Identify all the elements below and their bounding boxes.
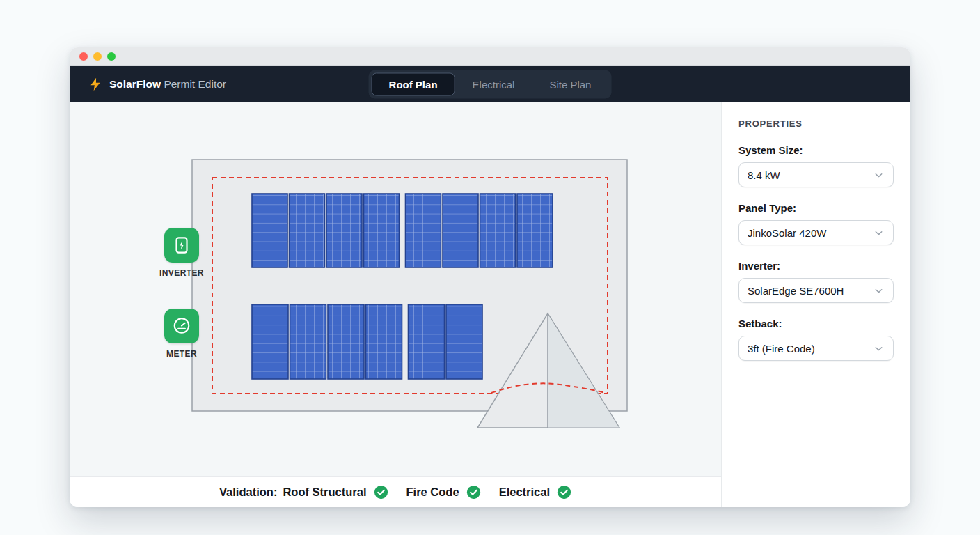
solar-panel[interactable] <box>326 194 362 268</box>
validation-item-label: Fire Code <box>406 486 459 499</box>
solar-panel[interactable] <box>364 194 400 268</box>
solar-panel[interactable] <box>328 304 364 379</box>
validation-item-label: Roof Structural <box>283 486 366 499</box>
panel-type-label: Panel Type: <box>738 202 894 214</box>
app-subtitle: Permit Editor <box>164 78 226 90</box>
chevron-down-icon <box>873 343 885 355</box>
solar-panel[interactable] <box>443 194 478 268</box>
meter-marker[interactable]: METER <box>164 309 199 359</box>
panel-type-value: JinkoSolar 420W <box>748 227 826 239</box>
solar-panel[interactable] <box>517 194 553 268</box>
solar-panel[interactable] <box>252 194 287 268</box>
setback-label: Setback: <box>738 318 894 329</box>
solar-panel[interactable] <box>290 304 326 379</box>
inverter-icon <box>164 228 199 263</box>
app-window: SolarFlow Permit Editor Roof Plan Electr… <box>70 47 910 507</box>
chevron-down-icon <box>873 285 885 297</box>
solar-panel[interactable] <box>406 194 441 268</box>
properties-title: PROPERTIES <box>738 118 894 129</box>
app-name: SolarFlow <box>109 78 161 90</box>
chevron-down-icon <box>873 169 885 181</box>
app-title: SolarFlow Permit Editor <box>109 78 226 91</box>
window-minimize-button[interactable] <box>93 52 102 61</box>
field-setback: Setback: 3ft (Fire Code) <box>738 318 894 361</box>
inverter-select[interactable]: SolarEdge SE7600H <box>738 278 894 303</box>
inverter-marker[interactable]: INVERTER <box>164 228 199 278</box>
roof-plan-diagram <box>70 102 721 476</box>
app-brand: SolarFlow Permit Editor <box>88 77 226 92</box>
solar-panel[interactable] <box>366 304 402 379</box>
validation-item-electrical: Electrical <box>499 485 571 499</box>
system-size-value: 8.4 kW <box>748 169 780 181</box>
solar-panel[interactable] <box>409 304 445 379</box>
app-header: SolarFlow Permit Editor Roof Plan Electr… <box>70 66 910 102</box>
check-icon <box>557 485 571 499</box>
setback-value: 3ft (Fire Code) <box>748 343 815 355</box>
inverter-label: INVERTER <box>159 268 204 278</box>
field-inverter: Inverter: SolarEdge SE7600H <box>738 260 894 303</box>
window-titlebar <box>70 47 910 66</box>
window-body: INVERTER METER <box>70 102 910 507</box>
view-tabs: Roof Plan Electrical Site Plan <box>369 70 612 99</box>
validation-item-label: Electrical <box>499 486 550 499</box>
solar-panel[interactable] <box>446 304 482 379</box>
properties-panel: PROPERTIES System Size: 8.4 kW Panel Typ… <box>721 102 910 507</box>
chevron-down-icon <box>873 227 885 239</box>
inverter-value: SolarEdge SE7600H <box>748 285 844 297</box>
tab-roof-plan[interactable]: Roof Plan <box>372 73 455 96</box>
window-zoom-button[interactable] <box>107 52 116 61</box>
validation-prefix: Validation: <box>219 486 277 499</box>
field-system-size: System Size: 8.4 kW <box>738 144 894 187</box>
desktop-background: SolarFlow Permit Editor Roof Plan Electr… <box>0 0 980 535</box>
validation-item-roof-structural: Roof Structural <box>283 485 388 499</box>
validation-bar: Validation: Roof Structural Fire Code <box>70 476 721 507</box>
solar-panel[interactable] <box>252 304 288 379</box>
validation-item-fire-code: Fire Code <box>406 485 481 499</box>
window-close-button[interactable] <box>79 52 88 61</box>
inverter-field-label: Inverter: <box>738 260 894 272</box>
roof-plan-canvas[interactable]: INVERTER METER <box>70 102 721 476</box>
system-size-label: System Size: <box>738 144 894 156</box>
solar-panel[interactable] <box>480 194 516 268</box>
solar-panel[interactable] <box>290 194 325 268</box>
tab-electrical[interactable]: Electrical <box>455 73 532 96</box>
setback-select[interactable]: 3ft (Fire Code) <box>738 336 894 361</box>
check-icon <box>466 485 481 499</box>
editor-column: INVERTER METER <box>70 102 721 507</box>
lightning-bolt-icon <box>88 77 103 92</box>
tab-site-plan[interactable]: Site Plan <box>532 73 608 96</box>
system-size-select[interactable]: 8.4 kW <box>738 162 894 187</box>
meter-label: METER <box>166 349 197 359</box>
meter-icon <box>164 309 199 343</box>
field-panel-type: Panel Type: JinkoSolar 420W <box>738 202 894 245</box>
panel-type-select[interactable]: JinkoSolar 420W <box>738 220 894 245</box>
check-icon <box>374 485 388 499</box>
